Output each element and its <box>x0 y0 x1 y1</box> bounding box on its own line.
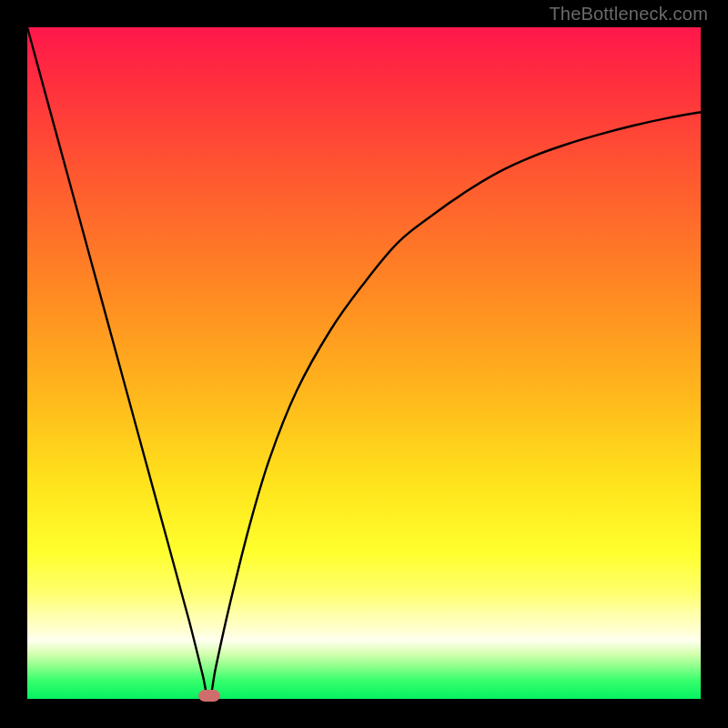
chart-frame: TheBottleneck.com <box>0 0 728 728</box>
watermark-text: TheBottleneck.com <box>549 4 708 25</box>
curve-minimum-marker <box>198 690 220 702</box>
bottleneck-curve <box>27 27 701 701</box>
plot-area <box>27 27 701 701</box>
x-axis-baseline <box>27 699 701 701</box>
